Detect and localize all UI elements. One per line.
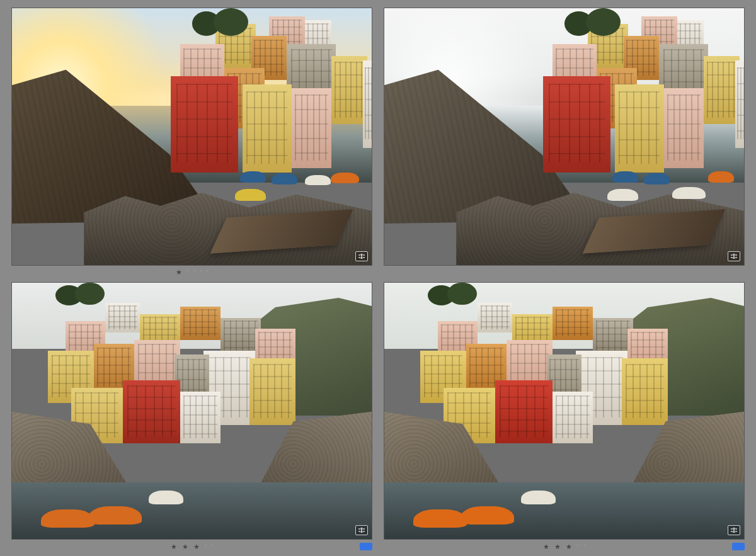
- thumbnail-footer: [384, 266, 745, 280]
- photo-scene: [384, 8, 744, 265]
- thumbnail[interactable]: [11, 8, 372, 266]
- pine-tree: [428, 283, 478, 309]
- star-empty-icon: •: [577, 543, 578, 550]
- thumbnail[interactable]: [384, 8, 745, 266]
- star-empty-icon: •: [212, 543, 213, 550]
- star-empty-icon: •: [584, 543, 585, 550]
- pine-tree: [192, 8, 249, 39]
- photo-scene: [384, 283, 744, 540]
- boats: [235, 162, 365, 208]
- boats: [413, 503, 571, 534]
- star-rating[interactable]: ★★★••: [543, 543, 585, 550]
- grid-cell-2: [384, 8, 745, 280]
- star-empty-icon: •: [207, 268, 208, 275]
- pine-tree: [55, 283, 106, 309]
- compare-badge-icon[interactable]: [728, 251, 740, 261]
- thumbnail-footer: ★★★••: [11, 540, 372, 553]
- star-filled-icon: ★: [543, 543, 549, 550]
- boats: [41, 503, 199, 534]
- star-rating[interactable]: ★••••: [176, 269, 209, 276]
- photo-scene: [12, 283, 372, 540]
- star-filled-icon: ★: [176, 269, 182, 276]
- star-rating[interactable]: ★★★••: [171, 543, 213, 550]
- star-filled-icon: ★: [554, 543, 561, 550]
- star-filled-icon: ★: [171, 543, 177, 550]
- compare-badge-icon[interactable]: [355, 251, 368, 261]
- star-filled-icon: ★: [566, 543, 572, 550]
- star-filled-icon: ★: [193, 543, 200, 550]
- color-flag[interactable]: [360, 543, 372, 550]
- star-empty-icon: •: [200, 268, 202, 275]
- grid-cell-3: ★★★••: [11, 282, 372, 554]
- star-empty-icon: •: [205, 543, 206, 550]
- star-empty-icon: •: [193, 268, 195, 275]
- thumbnail-footer: ★★★••: [384, 540, 745, 553]
- thumbnail[interactable]: [384, 282, 745, 540]
- star-filled-icon: ★: [182, 543, 188, 550]
- grid-cell-1: ★••••: [11, 8, 372, 280]
- color-flag[interactable]: [732, 543, 745, 550]
- thumbnail[interactable]: [11, 282, 372, 540]
- survey-grid: ★••••: [0, 0, 756, 556]
- pine-tree: [564, 8, 622, 39]
- thumbnail-footer: ★••••: [11, 266, 372, 280]
- grid-cell-4: ★★★••: [384, 282, 745, 554]
- compare-badge-icon[interactable]: [355, 525, 368, 535]
- photo-scene: [12, 8, 372, 265]
- boats: [607, 162, 737, 208]
- compare-badge-icon[interactable]: [728, 525, 740, 535]
- star-empty-icon: •: [187, 268, 188, 275]
